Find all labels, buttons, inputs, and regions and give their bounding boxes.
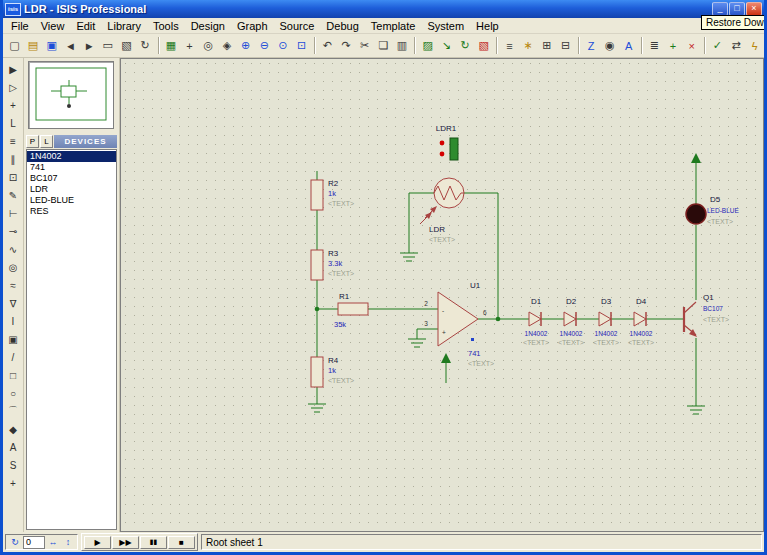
open-file-button[interactable]: ▤ bbox=[24, 36, 43, 55]
terminal-mode-icon[interactable]: ⊢ bbox=[4, 204, 22, 222]
new-sheet-button[interactable]: + bbox=[664, 36, 683, 55]
electrical-check-button[interactable]: ✓ bbox=[708, 36, 727, 55]
property-assignment-button[interactable]: A bbox=[619, 36, 638, 55]
2d-text-mode-icon[interactable]: A bbox=[4, 438, 22, 456]
zoom-out-button[interactable]: ⊖ bbox=[255, 36, 274, 55]
2d-circle-mode-icon[interactable]: ○ bbox=[4, 384, 22, 402]
refresh-display-button[interactable]: ↻ bbox=[136, 36, 155, 55]
current-probe-mode-icon[interactable]: I bbox=[4, 312, 22, 330]
menu-library[interactable]: Library bbox=[101, 19, 147, 33]
search-tag-button[interactable]: ◉ bbox=[601, 36, 620, 55]
menu-help[interactable]: Help bbox=[470, 19, 505, 33]
2d-symbol-mode-icon[interactable]: S bbox=[4, 456, 22, 474]
wire-autorouter-button[interactable]: Z bbox=[582, 36, 601, 55]
device-item-bc107[interactable]: BC107 bbox=[27, 173, 116, 184]
menu-graph[interactable]: Graph bbox=[231, 19, 274, 33]
resistor-r1[interactable]: R1 35k bbox=[334, 292, 368, 329]
zoom-all-button[interactable]: ⊙ bbox=[274, 36, 293, 55]
decompose-button[interactable]: ⊟ bbox=[556, 36, 575, 55]
copy-button[interactable]: ❏ bbox=[374, 36, 393, 55]
2d-path-mode-icon[interactable]: ◆ bbox=[4, 420, 22, 438]
resistor-r4[interactable]: R4 1k <TEXT> bbox=[311, 356, 354, 387]
block-copy-button[interactable]: ▨ bbox=[418, 36, 437, 55]
junction-dot-mode-icon[interactable]: + bbox=[4, 96, 22, 114]
graph-mode-icon[interactable]: ∿ bbox=[4, 240, 22, 258]
menu-file[interactable]: File bbox=[5, 19, 35, 33]
ldr-component[interactable]: LDR <TEXT> bbox=[420, 178, 464, 243]
remove-sheet-button[interactable]: × bbox=[682, 36, 701, 55]
stop-button[interactable]: ■ bbox=[168, 536, 195, 549]
make-device-button[interactable]: ∗ bbox=[519, 36, 538, 55]
angle-display[interactable]: 0 bbox=[23, 536, 45, 549]
resistor-r3[interactable]: R3 3.3k <TEXT> bbox=[311, 249, 354, 280]
bus-mode-icon[interactable]: ∥ bbox=[4, 150, 22, 168]
export-section-button[interactable]: ► bbox=[80, 36, 99, 55]
2d-marker-mode-icon[interactable]: + bbox=[4, 474, 22, 492]
component-mode-icon[interactable]: ▷ bbox=[4, 78, 22, 96]
mirror-vertical-button[interactable]: ↕ bbox=[61, 536, 75, 549]
toggle-grid-button[interactable]: ▦ bbox=[161, 36, 180, 55]
mirror-horizontal-button[interactable]: ↔ bbox=[46, 536, 60, 549]
block-move-button[interactable]: ↘ bbox=[437, 36, 456, 55]
torch-ldr1[interactable]: LDR1 bbox=[436, 124, 458, 160]
diode-d4[interactable]: D4 1N4002 <TEXT> bbox=[628, 297, 654, 346]
device-item-ldr[interactable]: LDR bbox=[27, 184, 116, 195]
2d-line-mode-icon[interactable]: / bbox=[4, 348, 22, 366]
schematic-canvas[interactable]: R2 1k <TEXT> R3 3.3k <TEXT> R4 1k <TEXT> bbox=[120, 58, 764, 532]
subcircuit-mode-icon[interactable]: ⊡ bbox=[4, 168, 22, 186]
pick-parts-button[interactable]: ≡ bbox=[500, 36, 519, 55]
generator-mode-icon[interactable]: ≈ bbox=[4, 276, 22, 294]
diode-d3[interactable]: D3 1N4002 <TEXT> bbox=[593, 297, 619, 346]
undo-button[interactable]: ↶ bbox=[318, 36, 337, 55]
redo-button[interactable]: ↷ bbox=[337, 36, 356, 55]
block-delete-button[interactable]: ▧ bbox=[474, 36, 493, 55]
diode-d2[interactable]: D2 1N4002 <TEXT> bbox=[558, 297, 584, 346]
pause-button[interactable]: ▮▮ bbox=[140, 536, 167, 549]
instrument-mode-icon[interactable]: ▣ bbox=[4, 330, 22, 348]
2d-box-mode-icon[interactable]: □ bbox=[4, 366, 22, 384]
resistor-r2[interactable]: R2 1k <TEXT> bbox=[311, 179, 354, 210]
opamp-u1[interactable]: 2 3 6 - + U1 741 <TEXT> bbox=[424, 281, 494, 367]
cursor-mode-button[interactable]: ◎ bbox=[199, 36, 218, 55]
paste-button[interactable]: ▥ bbox=[393, 36, 412, 55]
device-item-led-blue[interactable]: LED-BLUE bbox=[27, 195, 116, 206]
device-item-res[interactable]: RES bbox=[27, 206, 116, 217]
simulate-button[interactable]: ϟ bbox=[745, 36, 764, 55]
block-rotate-button[interactable]: ↻ bbox=[456, 36, 475, 55]
title-bar[interactable]: isis LDR - ISIS Professional _ □ × bbox=[3, 0, 764, 18]
led-d5[interactable]: D5 LED-BLUE <TEXT> bbox=[686, 195, 739, 225]
design-explorer-button[interactable]: ≣ bbox=[645, 36, 664, 55]
rotate-button[interactable]: ↻ bbox=[8, 536, 22, 549]
pan-button[interactable]: ◈ bbox=[218, 36, 237, 55]
wire-label-mode-icon[interactable]: L bbox=[4, 114, 22, 132]
diode-d1[interactable]: D1 1N4002 <TEXT> bbox=[523, 297, 549, 346]
selection-mode-icon[interactable]: ▶ bbox=[4, 60, 22, 78]
menu-debug[interactable]: Debug bbox=[320, 19, 364, 33]
text-script-mode-icon[interactable]: ≡ bbox=[4, 132, 22, 150]
menu-source[interactable]: Source bbox=[274, 19, 321, 33]
mark-output-area-button[interactable]: ▧ bbox=[117, 36, 136, 55]
new-file-button[interactable]: ▢ bbox=[5, 36, 24, 55]
save-file-button[interactable]: ▣ bbox=[42, 36, 61, 55]
menu-system[interactable]: System bbox=[421, 19, 470, 33]
instant-edit-mode-icon[interactable]: ✎ bbox=[4, 186, 22, 204]
import-section-button[interactable]: ◄ bbox=[61, 36, 80, 55]
menu-view[interactable]: View bbox=[35, 19, 71, 33]
origin-button[interactable]: + bbox=[180, 36, 199, 55]
step-button[interactable]: ▶▶ bbox=[112, 536, 139, 549]
netlist-transfer-button[interactable]: ⇄ bbox=[727, 36, 746, 55]
2d-arc-mode-icon[interactable]: ⌒ bbox=[4, 402, 22, 420]
restore-button[interactable]: □ bbox=[729, 2, 745, 16]
play-button[interactable]: ▶ bbox=[84, 536, 111, 549]
overview-panel[interactable] bbox=[28, 61, 114, 129]
menu-edit[interactable]: Edit bbox=[70, 19, 101, 33]
voltage-probe-mode-icon[interactable]: ∇ bbox=[4, 294, 22, 312]
device-item-741[interactable]: 741 bbox=[27, 162, 116, 173]
pick-devices-button[interactable]: P bbox=[26, 135, 39, 148]
cut-button[interactable]: ✂ bbox=[355, 36, 374, 55]
library-button[interactable]: L bbox=[40, 135, 53, 148]
close-button[interactable]: × bbox=[746, 2, 762, 16]
zoom-area-button[interactable]: ⊡ bbox=[292, 36, 311, 55]
packaging-tool-button[interactable]: ⊞ bbox=[538, 36, 557, 55]
zoom-in-button[interactable]: ⊕ bbox=[236, 36, 255, 55]
